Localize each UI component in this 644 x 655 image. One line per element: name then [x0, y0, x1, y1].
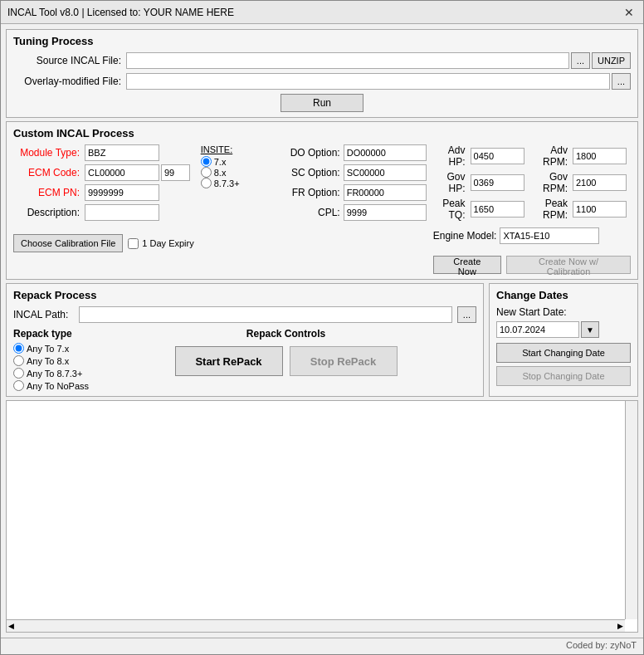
ci-mid-col: INSITE: 7.x 8.x 8.7.3+ — [201, 144, 267, 274]
source-browse-button[interactable]: ... — [571, 52, 590, 69]
ecm-pn-input[interactable] — [85, 184, 159, 201]
create-now-button[interactable]: Create Now — [433, 256, 501, 274]
create-now-calibration-button[interactable]: Create Now w/ Calibration — [506, 256, 631, 274]
tuning-process-title: Tuning Process — [13, 35, 631, 47]
change-dates-title: Change Dates — [496, 289, 631, 301]
custom-incal-title: Custom INCAL Process — [13, 127, 631, 139]
insite-8x-radio[interactable] — [201, 167, 212, 178]
ci-left-col: Module Type: ECM Code: ECM PN: Descripti… — [13, 144, 194, 274]
change-dates-section: Change Dates New Start Date: ▼ Start Cha… — [489, 283, 638, 397]
insite-873-row: 8.7.3+ — [201, 178, 267, 188]
gov-rpm-input[interactable] — [573, 174, 627, 191]
description-row: Description: — [13, 204, 194, 221]
repack-buttons: Start RePack Stop RePack — [95, 346, 476, 376]
run-button[interactable]: Run — [281, 94, 363, 112]
sc-option-label: SC Option: — [274, 167, 340, 178]
source-file-label: Source INCAL File: — [13, 55, 121, 66]
repack-type-873-row: Any To 8.7.3+ — [13, 368, 89, 379]
choose-calibration-button[interactable]: Choose Calibration File — [13, 234, 123, 252]
repack-type-8x-radio[interactable] — [13, 355, 24, 366]
repack-type-title: Repack type — [13, 328, 89, 340]
gov-hp-label: Gov HP: — [433, 171, 466, 194]
repack-type-7x-radio[interactable] — [13, 343, 24, 354]
adv-rpm-input[interactable] — [573, 148, 627, 164]
adv-hp-label: Adv HP: — [433, 144, 466, 168]
vertical-scrollbar[interactable] — [625, 401, 637, 619]
stop-changing-date-button[interactable]: Stop Changing Date — [496, 366, 631, 386]
one-day-expiry-row: 1 Day Expiry — [128, 238, 193, 249]
insite-label: INSITE: — [201, 144, 267, 154]
source-file-row: Source INCAL File: ... UNZIP — [13, 52, 631, 69]
peak-tq-label: Peak TQ: — [433, 198, 466, 221]
date-row: ▼ — [496, 321, 631, 338]
status-text: Coded by: zyNoT — [566, 640, 637, 650]
overlay-file-row: Overlay-modified File: ... — [13, 73, 631, 90]
do-option-row: DO Option: — [274, 144, 427, 161]
cpl-input[interactable] — [344, 204, 427, 221]
ci-right-col: Adv HP: Adv RPM: Gov HP: Gov RPM: Peak T… — [433, 144, 631, 274]
insite-7x-row: 7.x — [201, 156, 267, 167]
repack-type-873-radio[interactable] — [13, 368, 24, 379]
module-type-input[interactable] — [85, 144, 159, 161]
scroll-left-arrow[interactable]: ◀ — [8, 622, 14, 630]
output-area: ◀ ▶ — [6, 400, 638, 633]
start-changing-date-button[interactable]: Start Changing Date — [496, 343, 631, 363]
ci-bottom-left: Choose Calibration File 1 Day Expiry — [13, 229, 194, 252]
repack-type-873-label: Any To 8.7.3+ — [27, 369, 82, 379]
main-content: Tuning Process Source INCAL File: ... UN… — [1, 24, 643, 638]
overlay-browse-button[interactable]: ... — [612, 73, 631, 90]
one-day-expiry-checkbox[interactable] — [128, 238, 139, 249]
repack-path-input[interactable] — [79, 306, 452, 323]
repack-browse-button[interactable]: ... — [457, 306, 476, 323]
module-type-row: Module Type: — [13, 144, 194, 161]
ecm-code-input[interactable] — [85, 164, 159, 181]
peak-tq-input[interactable] — [471, 201, 524, 218]
sc-option-input[interactable] — [344, 164, 427, 181]
start-repack-button[interactable]: Start RePack — [175, 346, 283, 376]
repack-type-7x-row: Any To 7.x — [13, 343, 89, 354]
repack-type-nopass-radio[interactable] — [13, 380, 24, 391]
ecm-code-row: ECM Code: — [13, 164, 194, 181]
title-bar-text: INCAL Tool v8.0 | Licensed to: YOUR NAME… — [7, 7, 234, 18]
ecm-code-label: ECM Code: — [13, 167, 80, 178]
fr-option-input[interactable] — [344, 184, 427, 201]
unzip-button[interactable]: UNZIP — [592, 52, 631, 69]
gov-hp-input[interactable] — [471, 174, 524, 191]
ecm-code-suffix-input[interactable] — [161, 164, 190, 181]
repack-type-nopass-row: Any To NoPass — [13, 380, 89, 391]
source-file-input[interactable] — [126, 52, 569, 69]
custom-incal-body: Module Type: ECM Code: ECM PN: Descripti… — [13, 144, 631, 274]
repack-type-8x-row: Any To 8.x — [13, 355, 89, 366]
ecm-pn-row: ECM PN: — [13, 184, 194, 201]
stop-repack-button[interactable]: Stop RePack — [290, 346, 398, 376]
engine-model-input[interactable] — [500, 227, 599, 244]
gov-rpm-label: Gov RPM: — [534, 171, 568, 194]
engine-model-row: Engine Model: — [433, 227, 631, 244]
sc-option-row: SC Option: — [274, 164, 427, 181]
horizontal-scrollbar[interactable]: ◀ ▶ — [7, 619, 625, 632]
date-input[interactable] — [496, 321, 579, 338]
main-window: INCAL Tool v8.0 | Licensed to: YOUR NAME… — [0, 0, 644, 655]
cpl-label: CPL: — [274, 207, 340, 218]
custom-incal-section: Custom INCAL Process Module Type: ECM Co… — [6, 121, 638, 280]
insite-873-radio[interactable] — [201, 178, 212, 188]
repack-type-nopass-label: Any To NoPass — [27, 381, 89, 391]
insite-7x-radio[interactable] — [201, 156, 212, 167]
peak-rpm-input[interactable] — [573, 201, 627, 218]
scroll-right-arrow[interactable]: ▶ — [617, 622, 623, 630]
calendar-button[interactable]: ▼ — [581, 321, 599, 338]
title-bar: INCAL Tool v8.0 | Licensed to: YOUR NAME… — [1, 1, 643, 24]
close-button[interactable]: ✕ — [622, 5, 637, 20]
fr-option-label: FR Option: — [274, 187, 340, 198]
repack-body: Repack type Any To 7.x Any To 8.x Any To… — [13, 328, 476, 391]
ci-options-col: DO Option: SC Option: FR Option: CPL: — [274, 144, 427, 274]
repack-type-7x-label: Any To 7.x — [27, 344, 69, 354]
do-option-input[interactable] — [344, 144, 427, 161]
do-option-label: DO Option: — [274, 147, 340, 159]
insite-8x-row: 8.x — [201, 167, 267, 178]
new-start-date-label: New Start Date: — [496, 306, 631, 318]
adv-hp-input[interactable] — [471, 148, 524, 164]
overlay-file-input[interactable] — [126, 73, 610, 90]
overlay-file-label: Overlay-modified File: — [13, 76, 121, 87]
description-input[interactable] — [85, 204, 159, 221]
